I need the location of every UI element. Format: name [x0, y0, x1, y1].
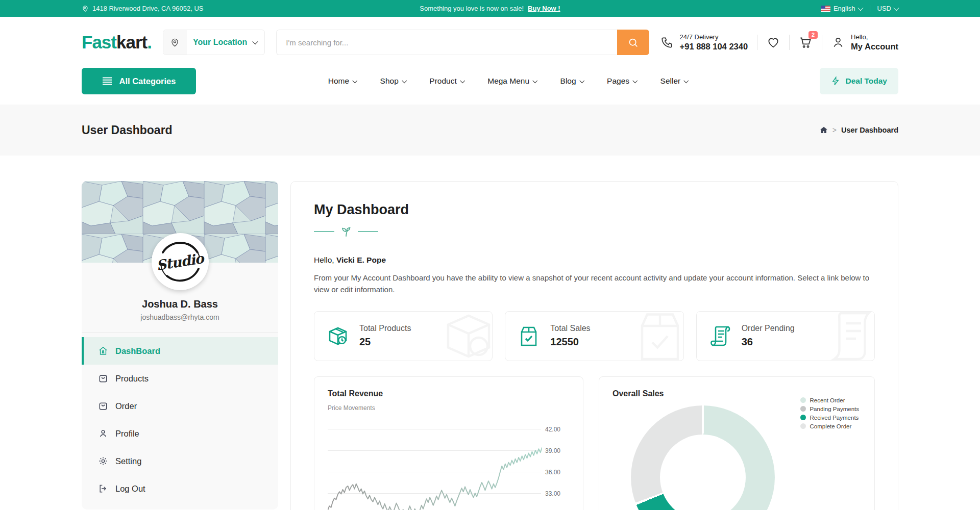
search-input[interactable] [276, 30, 617, 55]
chevron-down-icon [857, 5, 863, 10]
nav-item-blog[interactable]: Blog [560, 76, 584, 86]
divider [757, 35, 757, 50]
gear-icon [98, 456, 108, 466]
shopping-bag-icon [98, 373, 108, 384]
lightning-icon [831, 76, 840, 86]
nav-item-seller[interactable]: Seller [660, 76, 688, 86]
currency-selector[interactable]: USD [877, 5, 898, 12]
leaf-icon [339, 225, 353, 238]
welcome-line: Hello, Vicki E. Pope [314, 256, 875, 265]
user-icon [98, 428, 108, 439]
nav-item-mega-menu[interactable]: Mega Menu [487, 76, 536, 86]
y-tick: 33.00 [545, 490, 570, 497]
logo-text-fast: Fast [82, 32, 116, 52]
overall-sales-chart: Overall Sales Recent Order Panding Payme… [599, 376, 875, 510]
location-dropdown[interactable]: Your Location [163, 30, 265, 55]
search-button[interactable] [617, 30, 649, 55]
legend-item[interactable]: Complete Order [800, 423, 859, 429]
top-bar: 1418 Riverwood Drive, CA 96052, US Somet… [0, 0, 980, 17]
sidebar-item-logout[interactable]: Log Out [82, 475, 278, 502]
chevron-down-icon [460, 78, 464, 83]
logo-dot: . [147, 32, 152, 52]
deal-today-button[interactable]: Deal Today [820, 68, 898, 94]
chevron-down-icon [684, 78, 689, 83]
home-icon[interactable] [820, 126, 828, 134]
legend-dot [800, 415, 806, 420]
sidebar-item-label: Profile [115, 429, 139, 439]
user-name: Joshua D. Bass [82, 298, 278, 310]
location-label: Your Location [193, 38, 247, 47]
main-nav: All Categories Home Shop Product Mega Me… [0, 68, 980, 103]
sidebar-menu: DashBoard Products Order Profile [82, 337, 278, 509]
page-title: User Dashboard [82, 123, 173, 137]
sidebar-item-order[interactable]: Order [82, 392, 278, 420]
divider [822, 35, 822, 50]
delivery-phone[interactable]: 24/7 Delivery +91 888 104 2340 [660, 33, 748, 52]
chevron-down-icon [353, 78, 357, 83]
promo-text: Something you love is now on sale! [420, 5, 524, 12]
fastkart-logo[interactable]: Fastkart. [82, 32, 152, 53]
buy-now-link[interactable]: Buy Now ! [528, 5, 560, 12]
all-categories-label: All Categories [119, 76, 176, 86]
all-categories-button[interactable]: All Categories [82, 68, 196, 94]
chevron-down-icon [893, 5, 899, 10]
chart-subtitle: Price Movements [328, 404, 570, 412]
delivery-label: 24/7 Delivery [680, 33, 748, 41]
package-clock-icon [326, 324, 350, 348]
stat-label: Order Pending [742, 324, 795, 333]
dashboard-description: From your My Account Dashboard you have … [314, 272, 875, 296]
legend-item[interactable]: Panding Payments [800, 406, 859, 412]
sidebar-item-products[interactable]: Products [82, 365, 278, 392]
package-check-icon [517, 324, 541, 348]
wishlist-button[interactable] [767, 36, 780, 49]
sidebar-item-label: Order [115, 401, 137, 411]
home-icon [98, 346, 108, 356]
stat-value: 12550 [550, 336, 590, 348]
title-decoration [314, 225, 875, 238]
stat-value: 36 [742, 336, 795, 348]
main-header: Fastkart. Your Location 24/7 [0, 17, 980, 68]
sidebar-item-label: Setting [115, 456, 141, 466]
chevron-down-icon [533, 78, 537, 83]
stat-total-sales: Total Sales 12550 [505, 311, 683, 361]
logout-icon [98, 483, 108, 494]
avatar: Studio [152, 233, 209, 290]
location-pin-icon [163, 30, 187, 55]
sidebar-item-setting[interactable]: Setting [82, 447, 278, 475]
legend-dot [800, 423, 806, 429]
nav-menu: Home Shop Product Mega Menu Blog Pages S… [196, 76, 820, 86]
cart-count-badge: 2 [808, 31, 818, 39]
user-icon [831, 36, 845, 49]
donut-chart[interactable] [631, 405, 775, 510]
legend-item[interactable]: Recent Order [800, 397, 859, 403]
sidebar-item-dashboard[interactable]: DashBoard [82, 337, 278, 365]
line-chart-plot[interactable]: 42.00 39.00 36.00 33.00 30.00 [328, 417, 570, 510]
nav-item-pages[interactable]: Pages [607, 76, 636, 86]
deal-today-label: Deal Today [845, 76, 887, 86]
legend-item[interactable]: Recived Payments [800, 415, 859, 421]
stat-cards: Total Products 25 Total Sales 12550 [314, 311, 875, 361]
search-bar [276, 30, 649, 55]
nav-item-home[interactable]: Home [328, 76, 357, 86]
logo-text-kart: kart [116, 32, 147, 52]
sidebar-item-profile[interactable]: Profile [82, 420, 278, 447]
currency-label: USD [877, 5, 891, 12]
customer-name: Vicki E. Pope [336, 256, 386, 264]
my-account-button[interactable]: Hello, My Account [831, 33, 898, 52]
us-flag-icon [821, 6, 830, 12]
user-email: joshuadbass@rhyta.com [82, 313, 278, 321]
y-tick: 36.00 [545, 469, 570, 476]
receipt-watermark-icon [820, 311, 875, 361]
nav-item-shop[interactable]: Shop [380, 76, 406, 86]
nav-item-product[interactable]: Product [429, 76, 464, 86]
address-text: 1418 Riverwood Drive, CA 96052, US [92, 5, 204, 12]
language-selector[interactable]: English [821, 5, 863, 12]
sidebar-item-label: Log Out [115, 484, 145, 494]
phone-number: +91 888 104 2340 [680, 42, 748, 52]
y-tick: 42.00 [545, 426, 570, 433]
receipt-icon [708, 324, 732, 348]
account-sidebar: Studio Joshua D. Bass joshuadbass@rhyta.… [82, 181, 278, 509]
stat-order-pending: Order Pending 36 [696, 311, 875, 361]
cart-button[interactable]: 2 [799, 36, 813, 49]
sidebar-item-label: DashBoard [115, 346, 160, 356]
